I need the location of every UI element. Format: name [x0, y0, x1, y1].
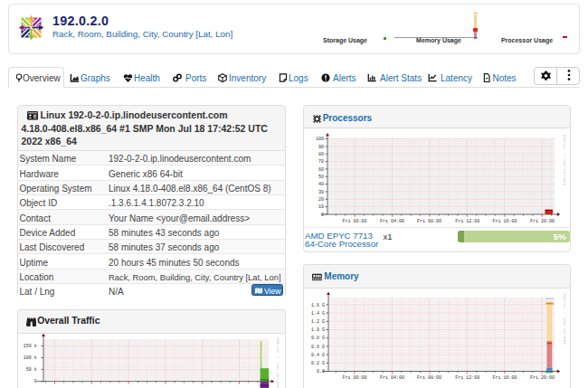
svg-text:1.2 G: 1.2 G	[311, 319, 325, 325]
svg-text:50: 50	[318, 175, 324, 180]
svg-text:30: 30	[318, 190, 324, 195]
svg-text:80: 80	[318, 152, 324, 157]
svg-text:50 k: 50 k	[26, 367, 37, 373]
svg-text:60: 60	[318, 167, 324, 173]
svg-text:70: 70	[318, 159, 324, 165]
svg-text:RRDTOOL / TOBI OETIKER: RRDTOOL / TOBI OETIKER	[276, 338, 280, 388]
svg-text:Fri 08:00: Fri 08:00	[417, 375, 441, 381]
svg-text:0.4 G: 0.4 G	[311, 353, 325, 358]
svg-text:1.4 G: 1.4 G	[311, 311, 325, 317]
svg-text:Fri 20:00: Fri 20:00	[530, 375, 555, 381]
svg-text:0.6 G: 0.6 G	[311, 345, 325, 350]
svg-text:10: 10	[318, 204, 324, 210]
svg-text:Fri 08:00: Fri 08:00	[417, 219, 441, 224]
svg-text:0: 0	[321, 213, 324, 218]
svg-text:Fri 00:00: Fri 00:00	[342, 219, 366, 224]
svg-text:Fri 12:00: Fri 12:00	[455, 375, 479, 381]
svg-text:RRDTOOL / TOBI OETIKER: RRDTOOL / TOBI OETIKER	[563, 135, 566, 186]
svg-text:20: 20	[318, 197, 324, 203]
svg-text:Fri 04:00: Fri 04:00	[380, 219, 404, 224]
svg-text:90: 90	[318, 145, 324, 150]
svg-text:Fri 04:00: Fri 04:00	[380, 375, 404, 381]
svg-text:100: 100	[316, 137, 324, 142]
svg-text:100 k: 100 k	[24, 355, 37, 361]
svg-text:150 k: 150 k	[24, 344, 37, 349]
svg-text:0.0: 0.0	[317, 369, 325, 374]
svg-text:Fri 16:00: Fri 16:00	[492, 219, 517, 224]
svg-text:40: 40	[318, 182, 324, 187]
svg-text:0.8 G: 0.8 G	[311, 336, 325, 341]
svg-text:Fri 20:00: Fri 20:00	[530, 219, 555, 224]
svg-text:RRDTOOL / TOBI OETIKER: RRDTOOL / TOBI OETIKER	[563, 294, 566, 345]
svg-text:1.0 G: 1.0 G	[311, 327, 325, 333]
svg-text:0: 0	[34, 379, 37, 384]
svg-text:Fri 12:00: Fri 12:00	[455, 219, 479, 224]
svg-text:0.2 G: 0.2 G	[311, 361, 325, 366]
svg-text:Fri 00:00: Fri 00:00	[342, 375, 366, 381]
svg-text:Fri 16:00: Fri 16:00	[492, 375, 517, 381]
svg-text:1.6 G: 1.6 G	[311, 303, 325, 308]
